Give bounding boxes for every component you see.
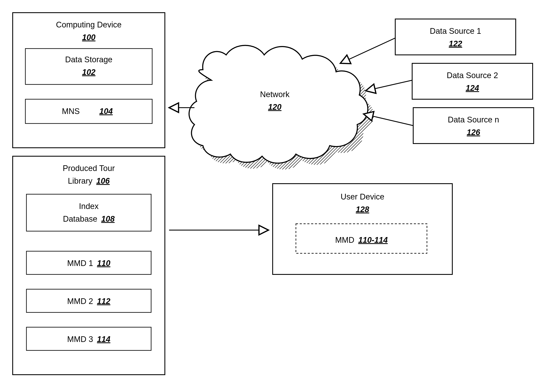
mmd1-ref: 110 xyxy=(97,259,110,268)
data-source-n: Data Source n 126 xyxy=(413,108,534,144)
data-storage-ref: 102 xyxy=(82,68,95,77)
ds1-ref: 122 xyxy=(449,39,462,48)
index-db-title-l2: Database xyxy=(63,214,97,223)
svg-text:MMD 1
      110: MMD 1 110 xyxy=(67,259,110,268)
svg-rect-4 xyxy=(25,99,152,124)
network-title: Network xyxy=(260,90,290,99)
computing-device-ref: 100 xyxy=(82,33,95,42)
svg-text:MMD 3
      114: MMD 3 114 xyxy=(67,335,110,344)
user-device-ref: 128 xyxy=(356,205,369,214)
svg-rect-3 xyxy=(25,49,152,84)
library-title-l1: Produced Tour xyxy=(63,164,115,173)
svg-rect-7 xyxy=(27,194,151,231)
library-title-l2: Library xyxy=(68,176,92,185)
network-cloud: Network 120 xyxy=(189,45,374,170)
user-mmd-title: MMD xyxy=(335,236,355,245)
svg-text:MMD 2
      112: MMD 2 112 xyxy=(67,297,110,306)
user-device: User Device 128 MMD 110-114 xyxy=(273,184,452,274)
ds1-title: Data Source 1 xyxy=(430,27,481,35)
library-ref: 106 xyxy=(96,176,110,185)
ds2-ref: 124 xyxy=(466,84,479,93)
mmd1-title: MMD 1 xyxy=(67,259,93,268)
library-group: Produced Tour Library 106 Index Database… xyxy=(13,156,165,375)
arrow-ds1-to-network xyxy=(340,38,395,63)
user-device-title: User Device xyxy=(341,192,384,201)
mmd2-ref: 112 xyxy=(97,297,110,306)
mmd3-ref: 114 xyxy=(97,335,110,344)
data-source-1: Data Source 1 122 xyxy=(395,19,516,55)
computing-device-group: Computing Device 100 Data Storage 102 MN… xyxy=(13,13,165,148)
index-db-ref: 108 xyxy=(101,214,115,223)
system-diagram: Computing Device 100 Data Storage 102 MN… xyxy=(0,0,547,392)
svg-rect-16 xyxy=(412,63,533,99)
mns-ref: 104 xyxy=(99,107,113,116)
svg-text:Database
      108: Database 108 xyxy=(63,214,115,223)
dsn-ref: 126 xyxy=(467,128,480,137)
computing-device-title: Computing Device xyxy=(56,20,122,29)
mmd2-title: MMD 2 xyxy=(67,297,93,306)
arrow-ds2-to-network xyxy=(366,80,412,91)
index-db-title-l1: Index xyxy=(79,202,99,211)
svg-rect-17 xyxy=(413,108,534,144)
svg-text:Library
      106: Library 106 xyxy=(68,176,110,185)
mmd3-title: MMD 3 xyxy=(67,335,93,344)
svg-rect-15 xyxy=(395,19,516,55)
dsn-title: Data Source n xyxy=(448,115,499,124)
data-storage-title: Data Storage xyxy=(65,55,112,64)
svg-text:MMD
      110-114: MMD 110-114 xyxy=(335,236,388,245)
data-source-2: Data Source 2 124 xyxy=(412,63,533,99)
mns-title: MNS xyxy=(62,107,80,116)
ds2-title: Data Source 2 xyxy=(447,71,498,80)
network-ref: 120 xyxy=(268,103,281,112)
user-mmd-ref: 110-114 xyxy=(358,236,388,245)
